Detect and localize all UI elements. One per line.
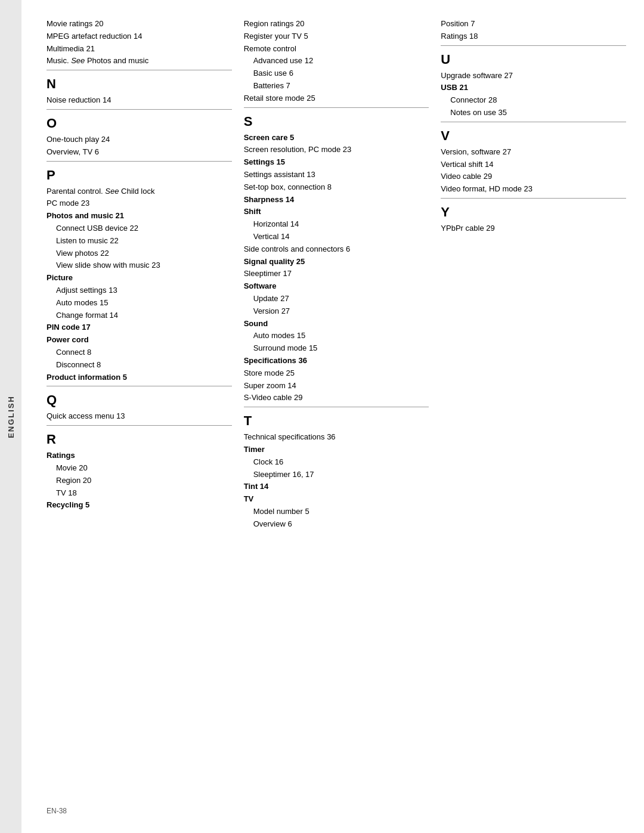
index-entry: Signal quality 25 — [244, 256, 429, 268]
footer-text: EN-38 — [47, 807, 67, 815]
index-col-2: Region ratings 20Register your TV 5Remot… — [244, 18, 441, 795]
main-content: Movie ratings 20MPEG artefact reduction … — [29, 0, 644, 833]
index-entry: Noise reduction 14 — [47, 94, 232, 107]
index-entry: Adjust settings 13 — [47, 284, 232, 297]
index-entry: Movie 20 — [47, 462, 232, 475]
section-letter-P: P — [47, 168, 232, 183]
index-entry: Version, software 27 — [441, 146, 626, 159]
index-entry: YPbPr cable 29 — [441, 222, 626, 235]
section-divider — [441, 45, 626, 46]
section-divider — [47, 70, 232, 70]
index-entry: Sharpness 14 — [244, 194, 429, 206]
index-entry: Parental control. See Child lock — [47, 185, 232, 198]
index-entry: Horizontal 14 — [244, 218, 429, 231]
index-entry: Clock 16 — [244, 456, 429, 469]
index-entry: View photos 22 — [47, 247, 232, 260]
index-entry: Upgrade software 27 — [441, 70, 626, 82]
index-entry: Update 27 — [244, 293, 429, 305]
index-entry: Picture — [47, 272, 232, 284]
index-entry: Power cord — [47, 334, 232, 346]
section-letter-T: T — [244, 413, 429, 429]
index-entry: Timer — [244, 444, 429, 456]
index-entry: Shift — [244, 206, 429, 218]
index-entry: Tint 14 — [244, 481, 429, 493]
index-entry: Software — [244, 280, 429, 293]
section-letter-O: O — [47, 116, 232, 131]
index-entry: Ratings — [47, 450, 232, 462]
index-entry: Model number 5 — [244, 506, 429, 518]
index-entry: Sleeptimer 16, 17 — [244, 469, 429, 481]
index-entry: Product information 5 — [47, 371, 232, 384]
index-entry: Change format 14 — [47, 309, 232, 322]
section-letter-Y: Y — [441, 205, 626, 220]
index-entry: Side controls and connectors 6 — [244, 243, 429, 256]
index-entry: Connect USB device 22 — [47, 222, 232, 235]
section-letter-N: N — [47, 76, 232, 92]
index-entry: Video cable 29 — [441, 171, 626, 183]
index-entry: Recycling 5 — [47, 499, 232, 512]
page-footer: EN-38 — [47, 807, 626, 815]
index-entry: Region 20 — [47, 475, 232, 487]
index-entry: Surround mode 15 — [244, 342, 429, 355]
index-entry: Set-top box, connection 8 — [244, 181, 429, 194]
index-entry: Notes on use 35 — [441, 107, 626, 119]
index-entry: Connector 28 — [441, 94, 626, 107]
index-entry: Retail store mode 25 — [244, 92, 429, 105]
index-entry: Technical specifications 36 — [244, 431, 429, 444]
side-tab-label: ENGLISH — [7, 395, 16, 438]
index-entry: Disconnect 8 — [47, 359, 232, 371]
section-letter-Q: Q — [47, 392, 232, 408]
index-entry: Vertical 14 — [244, 231, 429, 243]
index-entry: One-touch play 24 — [47, 134, 232, 146]
index-entry: Screen resolution, PC mode 23 — [244, 144, 429, 156]
index-entry: TV 18 — [47, 487, 232, 500]
index-entry: TV — [244, 493, 429, 506]
index-entry: Sleeptimer 17 — [244, 268, 429, 280]
index-entry: USB 21 — [441, 82, 626, 94]
index-entry: Ratings 18 — [441, 30, 626, 43]
index-entry: Sound — [244, 318, 429, 330]
section-divider — [47, 425, 232, 426]
index-entry: Quick access menu 13 — [47, 410, 232, 423]
index-entry: Specifications 36 — [244, 355, 429, 367]
section-letter-S: S — [244, 114, 429, 129]
index-entry: Movie ratings 20 — [47, 18, 232, 30]
index-col-1: Movie ratings 20MPEG artefact reduction … — [47, 18, 244, 795]
index-entry: S-Video cable 29 — [244, 392, 429, 404]
index-entry: Overview 6 — [244, 518, 429, 531]
index-entry: PC mode 23 — [47, 197, 232, 210]
section-divider — [244, 107, 429, 108]
index-entry: Advanced use 12 — [244, 55, 429, 67]
section-divider — [441, 198, 626, 199]
index-entry: Basic use 6 — [244, 67, 429, 80]
index-entry: Overview, TV 6 — [47, 146, 232, 159]
index-entry: Version 27 — [244, 305, 429, 318]
index-entry: Position 7 — [441, 18, 626, 30]
index-entry: Region ratings 20 — [244, 18, 429, 30]
index-entry: Batteries 7 — [244, 80, 429, 92]
index-entry: Store mode 25 — [244, 367, 429, 380]
index-entry: Register your TV 5 — [244, 30, 429, 43]
section-divider — [47, 161, 232, 162]
side-tab: ENGLISH — [0, 0, 21, 833]
index-entry: Screen care 5 — [244, 132, 429, 144]
index-entry: View slide show with music 23 — [47, 259, 232, 272]
section-letter-U: U — [441, 52, 626, 67]
index-entry: Multimedia 21 — [47, 43, 232, 55]
index-columns: Movie ratings 20MPEG artefact reduction … — [47, 18, 626, 795]
section-divider — [441, 122, 626, 122]
index-entry: Photos and music 21 — [47, 210, 232, 222]
index-entry: Super zoom 14 — [244, 380, 429, 392]
index-entry: PIN code 17 — [47, 321, 232, 334]
index-entry: Video format, HD mode 23 — [441, 183, 626, 196]
index-entry: Remote control — [244, 43, 429, 55]
index-entry: Settings 15 — [244, 156, 429, 169]
index-entry: Music. See Photos and music — [47, 55, 232, 67]
index-entry: Auto modes 15 — [244, 330, 429, 342]
section-divider — [47, 109, 232, 110]
index-entry: Listen to music 22 — [47, 235, 232, 247]
section-letter-R: R — [47, 432, 232, 447]
index-entry: Vertical shift 14 — [441, 159, 626, 171]
index-entry: Connect 8 — [47, 346, 232, 359]
index-entry: Settings assistant 13 — [244, 169, 429, 181]
